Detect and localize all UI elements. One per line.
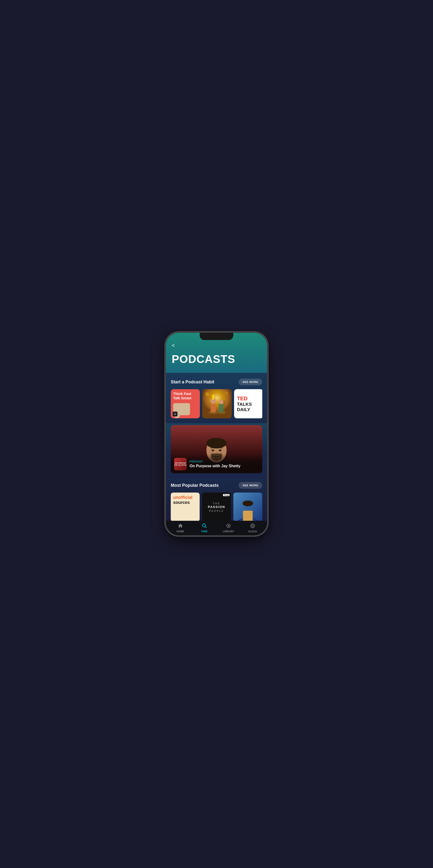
phone-frame: < PODCASTS Start a Podcast Habit SEE MOR… [166,333,267,535]
ted-logo: TED TALKS DAILY [237,396,252,412]
svg-point-24 [242,500,253,506]
library-nav-label: LIBRARY [223,530,234,533]
passion-badge: P.Log [223,494,230,496]
svg-point-5 [212,395,214,397]
nav-alexa[interactable]: ALEXA [241,523,265,533]
svg-point-11 [225,391,228,394]
back-button[interactable]: < [172,342,261,349]
daily-label: DAILY [237,407,252,412]
svg-rect-22 [243,510,253,521]
podcast-card-ted[interactable]: TED TALKS DAILY [234,389,262,418]
featured-thumb-inner: ON PURPOSEwith Jay Shetty [174,458,187,470]
svg-point-30 [252,525,253,526]
phone-screen: < PODCASTS Start a Podcast Habit SEE MOR… [166,333,267,535]
page-title: PODCASTS [172,352,261,366]
featured-name: On Purpose with Jay Shetty [190,464,259,468]
svg-rect-7 [219,403,223,412]
business-icon: B [173,411,177,416]
popular-section-title: Most Popular Podcasts [171,483,219,488]
nav-home[interactable]: HOME [168,523,192,533]
talks-label: TALKS [237,402,252,407]
find-nav-label: FIND [201,530,207,533]
person-card-svg [233,493,262,521]
svg-point-10 [205,392,209,396]
featured-thumbnail: ON PURPOSEwith Jay Shetty [174,458,187,470]
svg-point-18 [219,450,222,451]
bottom-nav: HOME FIND [166,521,267,535]
habit-section: Start a Podcast Habit SEE MORE Think Fas… [166,373,267,423]
alexa-nav-label: ALEXA [248,530,257,533]
popular-see-more-button[interactable]: SEE MORE [239,482,262,489]
popular-cards-row: unofficial sources P.Log THE PASSION PEO… [171,493,262,521]
alexa-icon [250,523,255,529]
unofficial-text-wrapper: unofficial sources [173,495,192,505]
featured-thumb-label: ON PURPOSEwith Jay Shetty [174,462,187,466]
svg-point-8 [219,399,224,404]
sources-label: sources [173,500,192,505]
svg-line-26 [205,527,206,528]
featured-banner[interactable]: ON PURPOSEwith Jay Shetty PODCAST On Pur… [171,425,262,473]
passion-text: THE PASSION PEOPLE [208,502,225,513]
popular-card-person[interactable]: ✦ [233,493,262,521]
unofficial-label: unofficial [173,495,192,500]
home-icon [178,523,183,529]
find-icon [202,523,207,529]
home-nav-label: HOME [176,530,184,533]
habit-section-header: Start a Podcast Habit SEE MORE [171,379,262,385]
popular-card-unofficial[interactable]: unofficial sources [171,493,200,521]
library-icon [226,523,231,529]
think-fast-title: Think FastTalk Smart [173,392,192,400]
svg-point-27 [228,525,229,527]
gita-artwork [202,389,231,418]
svg-rect-2 [211,403,216,412]
popular-section: Most Popular Podcasts SEE MORE unofficia… [166,478,267,521]
habit-see-more-button[interactable]: SEE MORE [239,379,262,385]
svg-point-17 [211,450,214,451]
popular-section-header: Most Popular Podcasts SEE MORE [171,482,262,489]
podcast-card-gita[interactable] [202,389,231,418]
featured-text: PODCAST On Purpose with Jay Shetty [190,460,259,468]
ted-label: TED [237,396,252,402]
podcast-cards-row: Think FastTalk Smart B [171,389,262,419]
notch [200,333,233,340]
screen-content[interactable]: < PODCASTS Start a Podcast Habit SEE MOR… [166,333,267,521]
featured-info: ON PURPOSEwith Jay Shetty PODCAST On Pur… [171,455,262,473]
podcast-card-think-fast[interactable]: Think FastTalk Smart B [171,389,200,418]
featured-tag: PODCAST [190,460,259,463]
business-badge: B [173,411,177,416]
nav-library[interactable]: LIBRARY [216,523,241,533]
popular-card-passion[interactable]: P.Log THE PASSION PEOPLE [202,493,231,521]
business-icon-label: B [174,413,176,415]
nav-find[interactable]: FIND [192,523,216,533]
habit-section-title: Start a Podcast Habit [171,379,214,384]
gita-svg [202,389,231,418]
svg-point-16 [206,438,227,448]
